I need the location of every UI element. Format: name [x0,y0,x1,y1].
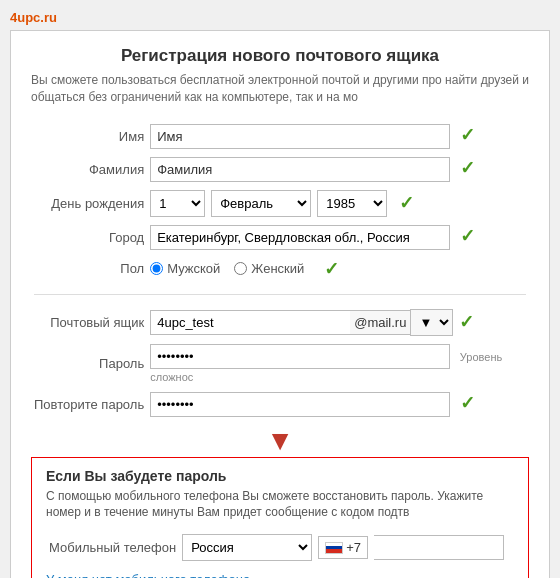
dob-month-select[interactable]: Январь Февраль МартАпрельМай ИюньИюльАвг… [211,190,311,217]
no-phone-link[interactable]: У меня нет мобильного телефона [46,572,514,578]
surname-input[interactable] [150,157,450,182]
gender-female-radio[interactable] [234,262,247,275]
name-label: Имя [119,129,144,144]
gender-label: Пол [120,261,144,276]
dob-day-select[interactable]: 1 2345 [150,190,205,217]
phone-label: Мобильный телефон [49,540,176,555]
phone-flag-box: +7 [318,536,368,559]
dob-label: День рождения [51,196,144,211]
phone-number-input[interactable] [374,535,504,560]
password-input[interactable] [150,344,450,369]
surname-check: ✓ [460,158,475,178]
logo[interactable]: 4upc.ru [10,10,550,25]
password-label: Пароль [99,356,144,371]
page-description: Вы сможете пользоваться бесплатной элект… [31,72,529,106]
city-check: ✓ [460,226,475,246]
confirm-label: Повторите пароль [34,397,144,412]
gender-female-option[interactable]: Женский [234,261,304,276]
dob-check: ✓ [399,192,414,214]
arrow-down-icon: ▼ [266,425,294,456]
gender-male-radio[interactable] [150,262,163,275]
confirm-check: ✓ [460,393,475,413]
gender-check: ✓ [324,258,339,280]
recovery-box: Если Вы забудете пароль С помощью мобиль… [31,457,529,578]
recovery-desc: С помощью мобильного телефона Вы сможете… [46,488,514,522]
email-input[interactable] [150,310,350,335]
page-title: Регистрация нового почтового ящика [31,46,529,66]
phone-country-select[interactable]: Россия США Германия [182,534,312,561]
phone-code: +7 [346,540,361,555]
russia-flag-icon [325,542,343,554]
city-input[interactable] [150,225,450,250]
name-check: ✓ [460,125,475,145]
email-domain-select[interactable]: ▼ [410,309,453,336]
email-label: Почтовый ящик [50,315,144,330]
email-at: @mail.ru [350,310,410,335]
gender-male-option[interactable]: Мужской [150,261,220,276]
recovery-title: Если Вы забудете пароль [46,468,514,484]
city-label: Город [109,230,144,245]
name-input[interactable] [150,124,450,149]
confirm-input[interactable] [150,392,450,417]
gender-male-label: Мужской [167,261,220,276]
arrow-down-container: ▼ [31,421,529,457]
email-check: ✓ [459,311,474,333]
gender-female-label: Женский [251,261,304,276]
dob-year-select[interactable]: 1985 19841986 [317,190,387,217]
surname-label: Фамилия [89,162,144,177]
